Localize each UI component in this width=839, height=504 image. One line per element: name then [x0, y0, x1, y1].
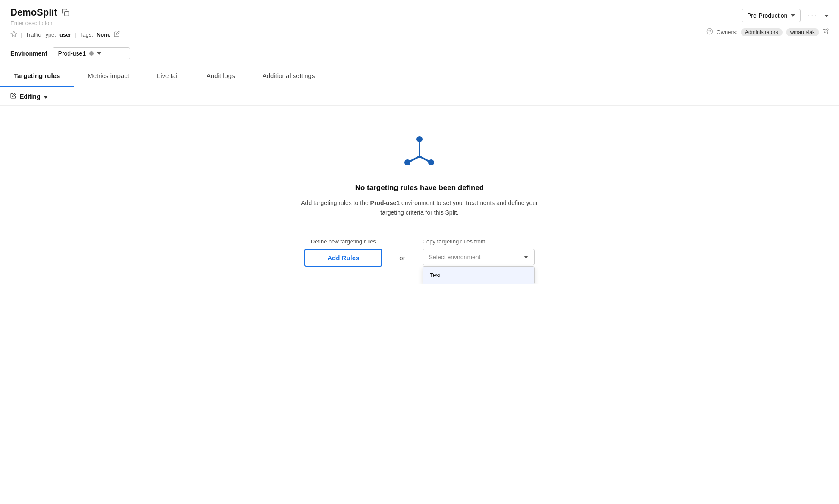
tags-label: Tags: [80, 31, 93, 38]
environment-bar: Environment Prod-use1 [0, 42, 839, 65]
env-select-chevron [97, 52, 101, 55]
action-row: Define new targeting rules Add Rules or … [304, 238, 534, 267]
environment-dropdown-menu: Test [423, 266, 535, 284]
no-rules-desc-prefix: Add targeting rules to the [301, 199, 370, 206]
svg-point-7 [404, 159, 410, 165]
tags-edit-icon[interactable] [114, 31, 120, 38]
editing-chevron [44, 93, 48, 100]
environment-label: Environment [10, 50, 47, 57]
empty-state-icon [400, 131, 439, 171]
tab-additional-settings[interactable]: Additional settings [249, 65, 329, 87]
define-rules-col: Define new targeting rules Add Rules [304, 238, 382, 267]
meta-divider-2: | [75, 31, 76, 38]
tab-metrics-impact[interactable]: Metrics impact [74, 65, 143, 87]
copy-icon[interactable] [62, 9, 69, 16]
pencil-icon [10, 93, 16, 100]
or-separator: or [399, 254, 405, 261]
owner-badge-1: Administrators [741, 28, 783, 36]
svg-marker-1 [11, 31, 16, 37]
select-env-chevron [524, 256, 528, 258]
no-rules-desc-suffix: environment to set your treatments and d… [380, 199, 538, 216]
owners-row: Owners: Administrators wmarusiak [706, 28, 829, 36]
owners-label: Owners: [717, 29, 737, 35]
env-status-dot [89, 51, 94, 56]
select-environment-button[interactable]: Select environment [423, 249, 535, 265]
tab-live-tail[interactable]: Live tail [143, 65, 193, 87]
environment-dropdown[interactable]: Pre-Production [742, 9, 801, 22]
help-icon [706, 28, 713, 36]
tags-value: None [97, 31, 111, 38]
no-rules-description: Add targeting rules to the Prod-use1 env… [299, 198, 540, 218]
page-title: DemoSplit [10, 7, 57, 18]
no-rules-title: No targeting rules have been defined [355, 184, 484, 192]
expand-chevron [824, 15, 829, 17]
main-content: No targeting rules have been defined Add… [0, 106, 839, 284]
meta-row: | Traffic Type: user | Tags: None [10, 31, 120, 39]
star-icon[interactable] [10, 31, 17, 39]
define-rules-label: Define new targeting rules [311, 238, 376, 245]
select-environment-wrap: Select environment Test [423, 249, 535, 265]
env-dropdown-chevron [791, 14, 795, 17]
environment-dropdown-label: Pre-Production [747, 12, 787, 19]
page-header: DemoSplit Enter description | Traffic Ty… [0, 0, 839, 42]
traffic-type-label: Traffic Type: [25, 31, 56, 38]
copy-rules-label: Copy targeting rules from [423, 238, 485, 245]
header-left: DemoSplit Enter description | Traffic Ty… [10, 7, 120, 39]
owner-badge-2: wmarusiak [786, 28, 819, 36]
svg-rect-0 [65, 12, 69, 16]
select-env-placeholder: Select environment [429, 254, 481, 261]
title-row: DemoSplit [10, 7, 120, 18]
editing-bar[interactable]: Editing [0, 87, 839, 106]
tab-targeting-rules[interactable]: Targeting rules [0, 65, 74, 87]
env-select-label: Prod-use1 [58, 50, 86, 57]
svg-point-5 [416, 136, 423, 142]
no-rules-desc-env: Prod-use1 [370, 199, 400, 206]
tab-bar: Targeting rules Metrics impact Live tail… [0, 65, 839, 87]
tab-audit-logs[interactable]: Audit logs [193, 65, 249, 87]
description-placeholder[interactable]: Enter description [10, 20, 120, 26]
dropdown-item-test[interactable]: Test [423, 267, 534, 284]
meta-divider-1: | [21, 31, 22, 38]
expand-button[interactable] [824, 12, 829, 19]
add-rules-button[interactable]: Add Rules [304, 249, 382, 267]
editing-label: Editing [20, 93, 40, 100]
svg-point-9 [428, 159, 434, 165]
header-right: Pre-Production ··· Owners: Adminis [706, 9, 829, 36]
copy-rules-col: Copy targeting rules from Select environ… [423, 238, 535, 265]
environment-select-button[interactable]: Prod-use1 [53, 47, 130, 59]
traffic-type-value: user [59, 31, 71, 38]
owners-edit-icon[interactable] [823, 28, 829, 36]
more-options-button[interactable]: ··· [804, 9, 821, 22]
